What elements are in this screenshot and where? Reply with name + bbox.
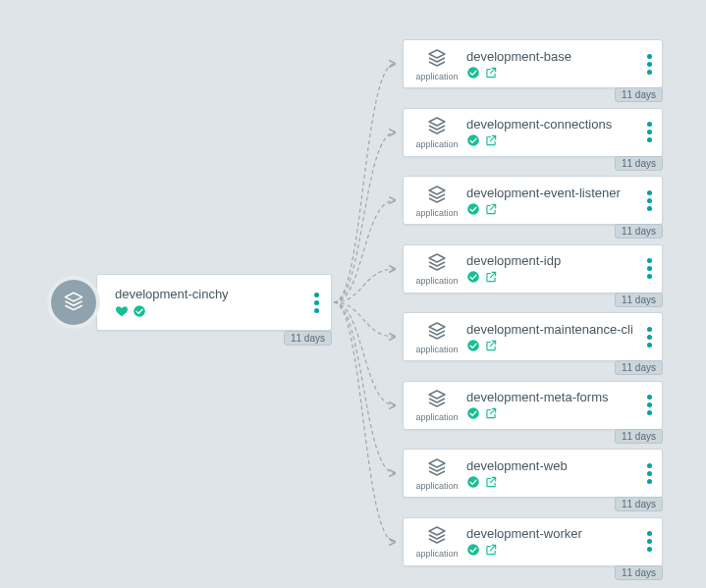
app-icon-label: application: [415, 139, 458, 149]
svg-point-0: [134, 305, 145, 317]
root-menu-button[interactable]: [314, 293, 319, 313]
check-circle-icon: [466, 270, 480, 284]
app-icon-label: application: [415, 208, 458, 218]
root-card[interactable]: development-cinchy 11 days: [96, 274, 332, 331]
child-status-row: [466, 134, 647, 147]
external-link-icon[interactable]: [484, 543, 498, 557]
child-card[interactable]: application development-meta-forms 11 da…: [403, 381, 663, 430]
diagram-canvas: development-cinchy 11 days app: [0, 0, 706, 588]
app-icon-wrap: application: [413, 320, 461, 354]
layers-icon: [425, 524, 449, 548]
check-circle-icon: [133, 304, 146, 318]
child-age-badge: 11 days: [615, 293, 663, 307]
child-card[interactable]: application development-idp 11 days: [403, 244, 663, 294]
layers-icon: [425, 115, 449, 138]
child-status-row: [466, 543, 647, 557]
child-title: development-worker: [466, 526, 647, 541]
external-link-icon[interactable]: [484, 202, 498, 216]
app-icon-label: application: [415, 72, 458, 81]
child-title: development-idp: [466, 253, 647, 268]
app-icon-wrap: application: [413, 524, 461, 559]
child-age-badge: 11 days: [615, 565, 663, 580]
root-icon-circle: [47, 276, 100, 329]
svg-point-8: [467, 544, 479, 556]
child-menu-button[interactable]: [647, 190, 652, 211]
app-icon-wrap: application: [413, 47, 461, 81]
check-circle-icon: [466, 202, 480, 216]
check-circle-icon: [466, 66, 480, 80]
external-link-icon[interactable]: [484, 270, 498, 284]
child-card[interactable]: application development-web 11 days: [403, 449, 663, 498]
layers-icon: [425, 184, 449, 207]
child-card[interactable]: application development-worker 11 days: [403, 517, 663, 566]
child-content: development-meta-forms: [466, 390, 647, 420]
child-age-badge: 11 days: [615, 429, 663, 444]
app-icon-wrap: application: [413, 388, 461, 422]
svg-point-7: [467, 476, 479, 488]
child-menu-button[interactable]: [647, 531, 652, 552]
child-menu-button[interactable]: [647, 54, 652, 75]
child-age-badge: 11 days: [615, 87, 663, 102]
external-link-icon[interactable]: [484, 475, 498, 489]
child-age-badge: 11 days: [615, 224, 663, 239]
app-icon-label: application: [415, 549, 458, 559]
app-icon-wrap: application: [413, 115, 461, 149]
child-status-row: [466, 406, 647, 420]
layers-icon: [425, 388, 449, 411]
app-icon-wrap: application: [413, 251, 461, 286]
layers-icon: [425, 320, 449, 344]
child-menu-button[interactable]: [647, 122, 652, 142]
child-card[interactable]: application development-event-listener 1…: [403, 176, 663, 225]
child-title: development-meta-forms: [466, 390, 647, 404]
layers-icon: [61, 290, 86, 315]
svg-point-1: [467, 67, 479, 79]
child-title: development-event-listener: [466, 186, 647, 200]
root-age-badge: 11 days: [284, 331, 332, 346]
child-title: development-base: [466, 49, 647, 64]
heart-icon: [115, 304, 129, 318]
layers-icon: [425, 47, 449, 71]
app-icon-label: application: [415, 345, 458, 354]
child-menu-button[interactable]: [647, 463, 652, 484]
child-title: development-maintenance-cli: [466, 322, 647, 337]
root-node: development-cinchy 11 days: [47, 274, 332, 331]
child-age-badge: 11 days: [615, 156, 663, 171]
app-icon-wrap: application: [413, 184, 461, 218]
external-link-icon[interactable]: [484, 406, 498, 420]
child-age-badge: 11 days: [615, 360, 663, 375]
child-status-row: [466, 270, 647, 284]
svg-point-2: [467, 134, 479, 146]
child-content: development-web: [466, 458, 647, 489]
check-circle-icon: [466, 406, 480, 420]
external-link-icon[interactable]: [484, 66, 498, 80]
app-icon-label: application: [415, 412, 458, 422]
check-circle-icon: [466, 543, 480, 557]
check-circle-icon: [466, 475, 480, 489]
svg-point-4: [467, 271, 479, 283]
child-card[interactable]: application development-maintenance-cli …: [403, 312, 663, 361]
child-menu-button[interactable]: [647, 258, 652, 279]
child-menu-button[interactable]: [647, 327, 652, 347]
child-menu-button[interactable]: [647, 395, 652, 415]
child-content: development-connections: [466, 117, 647, 147]
child-card[interactable]: application development-connections 11 d…: [403, 108, 663, 157]
child-title: development-web: [466, 458, 647, 473]
layers-icon: [425, 456, 449, 480]
svg-point-5: [467, 340, 479, 351]
root-title: development-cinchy: [115, 287, 229, 301]
child-status-row: [466, 66, 647, 80]
child-age-badge: 11 days: [615, 497, 663, 511]
app-icon-wrap: application: [413, 456, 461, 491]
svg-point-6: [467, 407, 479, 419]
child-content: development-base: [466, 49, 647, 80]
layers-icon: [425, 251, 449, 275]
child-status-row: [466, 339, 647, 352]
external-link-icon[interactable]: [484, 134, 498, 147]
app-icon-label: application: [415, 276, 458, 286]
external-link-icon[interactable]: [484, 339, 498, 352]
check-circle-icon: [466, 134, 480, 147]
child-title: development-connections: [466, 117, 647, 132]
check-circle-icon: [466, 339, 480, 352]
child-card[interactable]: application development-base 11 days: [403, 39, 663, 88]
svg-point-3: [467, 203, 479, 215]
